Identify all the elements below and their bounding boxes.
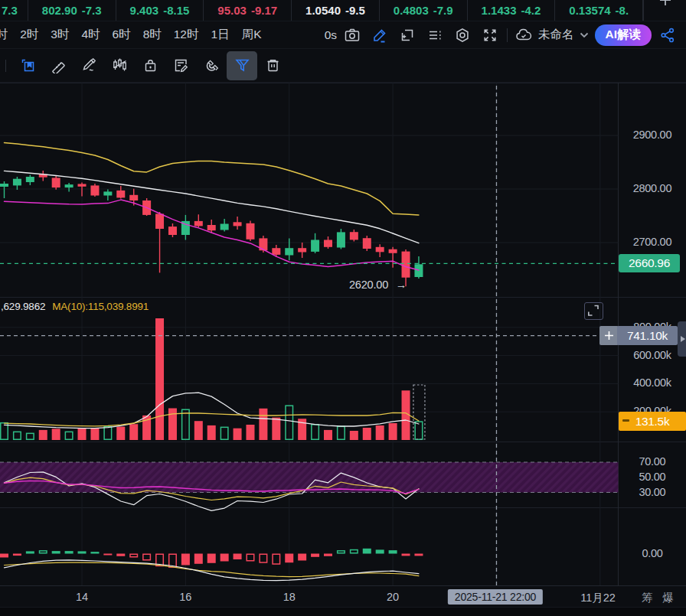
badge-dash-icon [622, 419, 629, 422]
ticker-price: 9.403 [130, 4, 159, 17]
ticker-item[interactable]: 9.403-8.15 [116, 0, 204, 21]
interval-4时[interactable]: 4时 [75, 27, 106, 43]
chart-canvas [0, 83, 686, 616]
edit-note-tool[interactable] [165, 51, 196, 80]
volume-ma10-value: MA(10):115,039.8991 [52, 301, 149, 312]
corner-button-爆[interactable]: 爆 [663, 591, 675, 605]
price-alert-label[interactable]: 2620.00 → [349, 279, 407, 291]
ticker-price: 1.1433 [482, 4, 517, 17]
bookmark-template-tool[interactable] [12, 51, 43, 80]
next-date-label: 11月22 [580, 591, 616, 605]
chevron-down-icon [580, 32, 589, 38]
pane-maximize-button[interactable] [584, 302, 603, 320]
share-icon[interactable] [654, 24, 681, 47]
add-alert-button[interactable] [599, 326, 619, 345]
candle-pattern-tool[interactable] [104, 51, 135, 80]
bookmark-template-icon [20, 57, 36, 73]
chart-area[interactable]: ,629.9862MA(10):115,039.8991 2620.00 → [0, 83, 686, 616]
interval-周K[interactable]: 周K [236, 27, 268, 43]
interval-1日[interactable]: 1日 [205, 27, 236, 43]
ticker-item[interactable]: 1.1433-4.2 [468, 0, 556, 21]
ticker-price: 0.4803 [394, 4, 429, 17]
workspace-selector[interactable]: 未命名 [511, 26, 593, 44]
volume-indicator-legend[interactable]: ,629.9862MA(10):115,039.8991 [1, 301, 149, 312]
ticker-tape: 7.3802.90-7.39.403-8.1595.03-9.171.0540-… [0, 0, 686, 21]
ticker-price: 1.0540 [305, 4, 341, 17]
interval-2时[interactable]: 2时 [14, 27, 44, 43]
axis-scroll-button[interactable] [678, 321, 686, 357]
interval-6时[interactable]: 6时 [106, 27, 137, 43]
interval-12时[interactable]: 12时 [168, 27, 205, 43]
interval-1时[interactable]: 1时 [0, 27, 14, 43]
crosshair-date-badge: 2025-11-21 22:00 [448, 589, 543, 605]
filter-tool[interactable] [227, 51, 257, 80]
ticker-item[interactable]: 0.13574-8. [555, 0, 643, 21]
ticker-change: -9.5 [345, 4, 365, 17]
ticker-change: -7.3 [82, 4, 102, 17]
time-axis-label: 14 [76, 591, 88, 603]
object-list-icon[interactable] [421, 24, 449, 47]
magnet-tool[interactable] [196, 51, 227, 80]
macd-axis-label: 0.00 [619, 547, 686, 559]
drawing-toolbar [0, 49, 686, 83]
corner-button-筹[interactable]: 筹 [642, 591, 653, 605]
fullscreen-icon[interactable] [476, 24, 504, 47]
trash-tool[interactable] [257, 51, 288, 80]
freehand-draw-tool[interactable] [74, 51, 104, 80]
chart-controls: 0s 未命名 AI解读 [341, 24, 686, 47]
bottom-strip [0, 607, 686, 616]
edit-note-icon [173, 57, 189, 73]
ticker-item[interactable]: 802.90-7.3 [28, 0, 116, 21]
arrow-right-icon: → [396, 279, 407, 291]
time-axis-label: 18 [283, 591, 296, 603]
ticker-change: -8.15 [163, 4, 189, 17]
time-axis-label: 16 [179, 591, 191, 603]
ticker-change: -9.17 [251, 4, 277, 17]
lock-tool[interactable] [135, 51, 165, 80]
interval-8时[interactable]: 8时 [137, 27, 168, 43]
ticker-change: 7.3 [2, 4, 18, 17]
ticker-change: -4.2 [521, 4, 541, 17]
volume-axis-label: 600.00k [619, 349, 686, 361]
corner-buttons: 筹爆 [642, 591, 674, 605]
candle-pattern-icon [112, 57, 128, 73]
ai-analysis-button[interactable]: AI解读 [595, 24, 652, 46]
ticker-item[interactable]: 7.3 [0, 0, 28, 21]
filter-icon [234, 57, 250, 73]
add-symbol-button[interactable] [643, 0, 686, 21]
interval-3时[interactable]: 3时 [44, 27, 75, 43]
ticker-price: 95.03 [217, 4, 247, 17]
volume-ma-badge: 131.5k [619, 412, 686, 431]
toolbar-divider [507, 28, 508, 42]
volume-ma5-value: ,629.9862 [1, 301, 45, 312]
cloud-save-icon [514, 26, 533, 44]
interval-toolbar: 1时2时3时4时6时8时12时1日周K 0s 未命名 AI解读 [0, 21, 686, 49]
ruler-icon [51, 57, 67, 73]
ticker-item[interactable]: 95.03-9.17 [204, 0, 292, 21]
camera-icon[interactable] [338, 24, 366, 47]
price-axis-label: 2800.00 [619, 182, 686, 194]
edit-pencil-icon[interactable] [366, 24, 394, 47]
ruler-tool[interactable] [43, 51, 74, 80]
time-axis[interactable]: 2025-11-21 22:00 11月22 筹爆 14161820 [0, 585, 686, 607]
ticker-price: 0.13574 [569, 4, 610, 17]
trash-icon [265, 57, 281, 73]
toolbar-separator [5, 60, 6, 72]
gear-icon[interactable] [449, 24, 476, 47]
ticker-price: 802.90 [42, 4, 77, 17]
ticker-item[interactable]: 0.4803-7.9 [380, 0, 468, 21]
trading-app: 7.3802.90-7.39.403-8.1595.03-9.171.0540-… [0, 0, 686, 616]
price-axis-label: 2900.00 [619, 129, 686, 141]
volume-ma-value: 131.5k [635, 415, 670, 429]
volume-axis-label: 400.00k [619, 376, 686, 389]
price-alert-value: 2620.00 [349, 279, 388, 291]
ticker-change: -8. [616, 4, 629, 17]
add-box-icon[interactable] [394, 24, 421, 47]
rsi-axis-label: 70.00 [619, 455, 686, 468]
ticker-change: -7.9 [433, 4, 453, 17]
time-axis-label: 20 [387, 591, 399, 603]
ticker-item[interactable]: 1.0540-9.5 [292, 0, 380, 21]
price-axis-label: 2700.00 [619, 236, 686, 248]
workspace-name: 未命名 [538, 27, 574, 43]
plus-icon [658, 0, 672, 7]
